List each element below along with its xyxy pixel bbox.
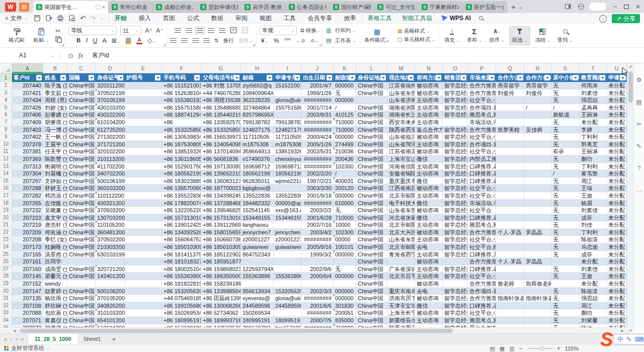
- grid-cell[interactable]: [524, 163, 551, 170]
- grid-cell[interactable]: 陈祖清: [580, 236, 607, 243]
- document-tab[interactable]: S医护五险一金.xlsx: [463, 1, 507, 13]
- grid-cell[interactable]: 微信: [415, 200, 443, 207]
- grid-cell[interactable]: 430321200211140121: [96, 200, 125, 207]
- column-header-L[interactable]: L: [356, 63, 387, 73]
- menu-item-审阅[interactable]: 审阅: [235, 13, 248, 24]
- grid-cell[interactable]: +86 157313010: [162, 214, 201, 222]
- grid-cell[interactable]: 2000/7/5: [301, 317, 334, 324]
- grid-cell[interactable]: 社交平台,小: [468, 192, 496, 200]
- grid-cell[interactable]: 季忆 (女): [43, 236, 67, 243]
- grid-cell[interactable]: China中国: [67, 119, 96, 126]
- grid-cell[interactable]: 被动咨询: [415, 185, 443, 192]
- grid-cell[interactable]: 强思喆: [580, 295, 607, 302]
- print-icon[interactable]: [57, 15, 64, 22]
- grid-cell[interactable]: 207161: [12, 258, 43, 266]
- grid-cell[interactable]: 留学总经办: [443, 90, 468, 97]
- grid-cell[interactable]: [524, 243, 551, 251]
- grid-cell[interactable]: +86 15823918663: [201, 280, 241, 288]
- orientation-icon[interactable]: ⇅: [214, 38, 218, 43]
- grid-cell[interactable]: 2002/5/31: [301, 148, 334, 155]
- grid-cell[interactable]: China中国: [356, 185, 387, 192]
- column-header-M[interactable]: M: [387, 63, 415, 73]
- grid-cell[interactable]: 未分配: [607, 170, 627, 178]
- grid-cell[interactable]: +86 13911296943: [201, 221, 241, 229]
- filter-button[interactable]: [573, 75, 578, 80]
- grid-cell[interactable]: 207265: [12, 200, 43, 207]
- horizontal-scrollbar[interactable]: ◀ ▶: [0, 327, 627, 333]
- grid-cell[interactable]: 207297: [12, 178, 43, 185]
- help-icon[interactable]: ?: [637, 165, 640, 171]
- grid-cell[interactable]: 李婵: [580, 126, 607, 134]
- grid-cell[interactable]: #########: [301, 155, 334, 163]
- grid-cell[interactable]: 无: [551, 192, 580, 200]
- grid-cell[interactable]: 360481200304020026: [96, 229, 125, 236]
- grid-cell[interactable]: 舒欣娴 (女: [43, 302, 67, 310]
- grid-cell[interactable]: 210303200509160922: [96, 243, 125, 251]
- row-header[interactable]: 19: [0, 207, 12, 214]
- menu-item-工具[interactable]: 工具: [283, 13, 296, 24]
- row-header[interactable]: 5: [0, 104, 12, 112]
- grid-cell[interactable]: 271302200004241013: [96, 133, 125, 141]
- grid-cell[interactable]: 王丽淋: [580, 148, 607, 155]
- grid-cell[interactable]: China中国: [356, 309, 387, 317]
- grid-cell[interactable]: 未分配: [607, 185, 627, 192]
- save-icon[interactable]: [34, 15, 41, 22]
- grid-cell[interactable]: 180995191: [241, 317, 274, 324]
- grid-cell[interactable]: 任天宇 (女: [43, 148, 67, 155]
- grid-cell[interactable]: 合作项目-雅: [468, 141, 496, 148]
- grid-cell[interactable]: 710000: [334, 214, 356, 222]
- grid-cell[interactable]: m1875308: [274, 141, 301, 148]
- grid-cell[interactable]: [496, 185, 524, 192]
- grid-cell[interactable]: 未分配: [607, 273, 627, 280]
- grid-cell[interactable]: 500108200203035125: [96, 288, 125, 295]
- grid-cell[interactable]: [301, 258, 334, 266]
- grid-cell[interactable]: 207232: [12, 207, 43, 214]
- column-header-R[interactable]: R: [524, 63, 551, 73]
- grid-cell[interactable]: 马恋迪: [580, 243, 607, 251]
- grid-cell[interactable]: [67, 280, 96, 288]
- wps-ai-button[interactable]: WPS AI: [442, 15, 471, 22]
- grid-cell[interactable]: 2002/9/6: [301, 266, 334, 273]
- wrap-text-button[interactable]: 换行: [223, 37, 233, 44]
- decrease-decimal-icon[interactable]: .0→: [310, 38, 318, 43]
- grid-cell[interactable]: 留学总经办: [443, 163, 468, 170]
- row-header[interactable]: 3: [0, 90, 12, 97]
- row-header[interactable]: 17: [0, 192, 12, 200]
- number-format-select[interactable]: 常规⌄: [260, 26, 297, 35]
- grid-cell[interactable]: 被动咨询: [415, 280, 443, 288]
- table-header-cell[interactable]: 父母电话号码: [201, 73, 241, 82]
- row-header[interactable]: 9: [0, 133, 12, 141]
- grid-cell[interactable]: 去电: [415, 243, 443, 251]
- grid-cell[interactable]: 612725200110100019: [96, 126, 125, 134]
- grid-cell[interactable]: gloria@uki: [274, 295, 301, 302]
- grid-cell[interactable]: 吴晓蔓 (女: [43, 207, 67, 214]
- grid-cell[interactable]: 未分配: [607, 97, 627, 104]
- grid-cell[interactable]: 彭睿婧 (女: [43, 111, 67, 119]
- grid-cell[interactable]: [125, 236, 162, 243]
- grid-cell[interactable]: /: [334, 170, 356, 178]
- cut-icon[interactable]: ✂: [55, 27, 62, 35]
- row-header[interactable]: 2: [0, 82, 12, 90]
- menu-item-开始[interactable]: 开始: [114, 13, 127, 24]
- filter-button[interactable]: [194, 75, 200, 80]
- grid-cell[interactable]: +86 13965221003: [201, 170, 241, 178]
- grid-cell[interactable]: China中国: [67, 221, 96, 229]
- grid-cell[interactable]: 黄嘉仪 (女: [43, 317, 67, 324]
- column-header-C[interactable]: C: [67, 63, 96, 73]
- grid-cell[interactable]: 无: [551, 141, 580, 148]
- grid-cell[interactable]: 主动咨询: [415, 251, 443, 258]
- grid-cell[interactable]: 孟冉冉: [580, 104, 607, 112]
- grid-cell[interactable]: 207378: [12, 141, 43, 148]
- grid-cell[interactable]: 蒯玏: [580, 155, 607, 163]
- grid-cell[interactable]: 河北省张家: [387, 214, 415, 222]
- grid-cell[interactable]: +44 7460762888: [201, 90, 241, 97]
- grid-cell[interactable]: 未分配: [607, 295, 627, 302]
- grid-cell[interactable]: 留学总经办: [443, 170, 468, 178]
- grid-cell[interactable]: 留学总经办: [443, 82, 468, 90]
- docer-icon[interactable]: D: [19, 3, 29, 12]
- grid-cell[interactable]: 2005/1/26: [301, 141, 334, 148]
- grid-cell[interactable]: 何雨涛: [580, 82, 607, 90]
- row-header[interactable]: 33: [0, 309, 12, 317]
- grid-cell[interactable]: [274, 258, 301, 266]
- align-center-icon[interactable]: [181, 38, 188, 43]
